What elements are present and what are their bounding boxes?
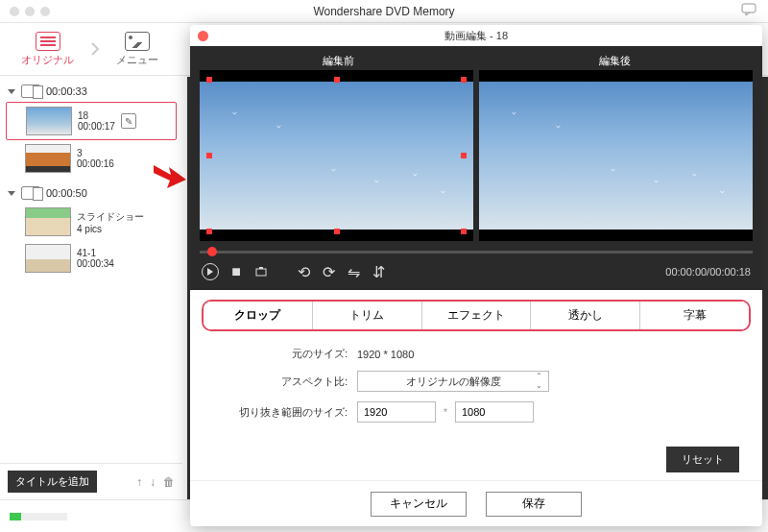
clip-duration: 4 pics bbox=[77, 224, 144, 234]
timeline[interactable] bbox=[200, 241, 753, 259]
group-duration-1: 00:00:50 bbox=[46, 187, 87, 199]
clip-duration: 00:00:17 bbox=[78, 121, 115, 132]
video-edit-modal: 動画編集 - 18 編集前 編集後 ⌵⌵ ⌵⌵ ⌵⌵ bbox=[190, 25, 762, 526]
preview-before[interactable]: ⌵⌵ ⌵⌵ ⌵⌵ bbox=[200, 70, 473, 241]
aspect-select[interactable]: オリジナルの解像度 bbox=[357, 371, 549, 392]
after-label: 編集後 bbox=[476, 52, 753, 70]
group-header-1[interactable]: 00:00:50 bbox=[6, 182, 177, 204]
modal-footer: キャンセル 保存 bbox=[190, 480, 762, 526]
clip-title: 18 bbox=[78, 110, 115, 121]
tab-crop[interactable]: クロップ bbox=[204, 302, 313, 329]
move-up-icon[interactable]: ↑ bbox=[136, 475, 142, 489]
cancel-button[interactable]: キャンセル bbox=[371, 492, 467, 517]
svg-rect-1 bbox=[256, 269, 266, 276]
rotate-left-button[interactable]: ⟲ bbox=[296, 264, 311, 279]
modal-title: 動画編集 - 18 bbox=[444, 29, 508, 43]
crop-form: 元のサイズ: 1920 * 1080 アスペクト比: オリジナルの解像度 切り抜… bbox=[190, 331, 762, 480]
playhead-icon[interactable] bbox=[207, 247, 217, 256]
crop-handles[interactable] bbox=[209, 80, 464, 231]
flip-v-button[interactable]: ⇵ bbox=[371, 264, 386, 279]
move-down-icon[interactable]: ↓ bbox=[150, 475, 156, 489]
tab-effect[interactable]: エフェクト bbox=[422, 302, 532, 329]
close-icon[interactable] bbox=[198, 31, 208, 41]
window-traffic-lights[interactable] bbox=[10, 7, 50, 16]
menu-icon bbox=[125, 32, 150, 51]
toolbar-original[interactable]: オリジナル bbox=[10, 28, 85, 71]
aspect-label: アスペクト比: bbox=[213, 375, 357, 389]
sidebar-footer: タイトルを追加 ↑ ↓ 🗑 bbox=[0, 463, 182, 499]
reset-button[interactable]: リセット bbox=[666, 447, 739, 472]
window-titlebar: Wondershare DVD Memory bbox=[0, 0, 768, 23]
clip-row-3[interactable]: 3 00:00:16 bbox=[6, 140, 177, 177]
tab-trim[interactable]: トリム bbox=[313, 302, 422, 329]
before-label: 編集前 bbox=[200, 52, 476, 70]
edit-icon[interactable]: ✎ bbox=[121, 113, 136, 129]
save-button[interactable]: 保存 bbox=[486, 492, 582, 517]
original-icon bbox=[36, 32, 60, 51]
clip-title: スライドショー bbox=[77, 210, 144, 224]
svg-rect-0 bbox=[742, 4, 756, 12]
orig-size-value: 1920 * 1080 bbox=[357, 349, 414, 360]
edit-tabs: クロップ トリム エフェクト 透かし 字幕 bbox=[202, 300, 751, 331]
crop-width-input[interactable] bbox=[357, 401, 436, 423]
preview-panel: 編集前 編集後 ⌵⌵ ⌵⌵ ⌵⌵ ⌵⌵ bbox=[190, 46, 762, 290]
chevron-right-icon bbox=[85, 39, 105, 59]
clip-title: 3 bbox=[77, 148, 114, 158]
play-button[interactable] bbox=[202, 263, 219, 280]
toolbar-menu[interactable]: メニュー bbox=[105, 28, 170, 71]
clip-sidebar: 00:00:33 18 00:00:17 ✎ 3 00:00:16 00:00:… bbox=[0, 77, 182, 499]
disclosure-icon bbox=[8, 191, 15, 196]
rotate-right-button[interactable]: ⟳ bbox=[321, 264, 336, 279]
clip-thumbnail bbox=[25, 207, 71, 236]
timecode: 00:00:00/00:00:18 bbox=[665, 266, 751, 278]
clip-row-slideshow[interactable]: スライドショー 4 pics bbox=[6, 204, 177, 240]
preview-after: ⌵⌵ ⌵⌵ ⌵⌵ bbox=[479, 70, 753, 241]
stop-button[interactable]: ■ bbox=[228, 264, 244, 279]
toolbar-original-label: オリジナル bbox=[21, 53, 74, 67]
transport-controls: ■ ⟲ ⟳ ⇋ ⇵ 00:00:00/00:00:18 bbox=[200, 259, 753, 280]
group-icon bbox=[21, 186, 40, 200]
flip-h-button[interactable]: ⇋ bbox=[346, 264, 361, 279]
group-icon bbox=[21, 85, 40, 98]
group-duration-0: 00:00:33 bbox=[46, 85, 87, 97]
clip-title: 41-1 bbox=[77, 248, 114, 258]
crop-height-input[interactable] bbox=[455, 401, 534, 423]
crop-size-label: 切り抜き範囲のサイズ: bbox=[213, 405, 357, 420]
toolbar-menu-label: メニュー bbox=[116, 53, 158, 67]
clip-row-18[interactable]: 18 00:00:17 ✎ bbox=[6, 102, 177, 140]
snapshot-button[interactable] bbox=[253, 264, 269, 279]
feedback-icon[interactable] bbox=[741, 3, 756, 20]
orig-size-label: 元のサイズ: bbox=[213, 347, 357, 361]
clip-duration: 00:00:16 bbox=[77, 158, 114, 169]
tab-watermark[interactable]: 透かし bbox=[531, 302, 640, 329]
svg-rect-2 bbox=[259, 267, 263, 269]
delete-icon[interactable]: 🗑 bbox=[163, 475, 175, 489]
clip-thumbnail bbox=[25, 144, 71, 173]
window-title: Wondershare DVD Memory bbox=[313, 5, 454, 18]
clip-duration: 00:00:34 bbox=[77, 258, 114, 269]
add-title-button[interactable]: タイトルを追加 bbox=[8, 471, 97, 493]
clip-thumbnail bbox=[25, 244, 71, 273]
annotation-arrow-icon bbox=[154, 165, 186, 190]
group-header-0[interactable]: 00:00:33 bbox=[6, 81, 177, 102]
clip-row-41-1[interactable]: 41-1 00:00:34 bbox=[6, 240, 177, 277]
times-label: * bbox=[436, 407, 455, 418]
clip-thumbnail bbox=[26, 107, 72, 135]
disclosure-icon bbox=[8, 89, 15, 94]
modal-header: 動画編集 - 18 bbox=[190, 25, 762, 46]
disk-usage-bar bbox=[10, 513, 67, 520]
tab-subtitle[interactable]: 字幕 bbox=[640, 302, 749, 329]
